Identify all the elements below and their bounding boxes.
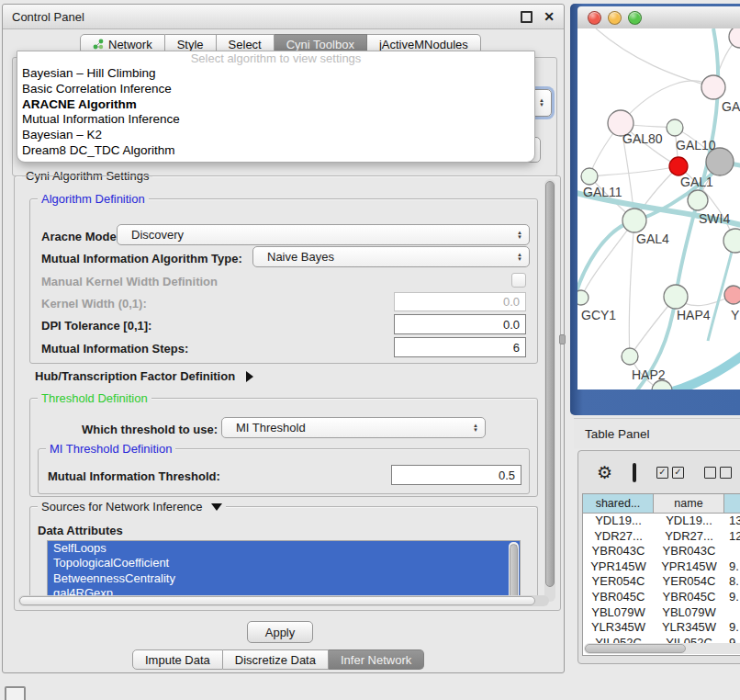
tab-label: Network bbox=[108, 38, 152, 51]
node-gal4[interactable] bbox=[622, 209, 646, 232]
mi-threshold-group: MI Threshold Definition Mutual Informati… bbox=[38, 448, 530, 494]
data-attribute-option[interactable]: BetweennessCentrality bbox=[48, 571, 520, 586]
mi-steps-value: 6 bbox=[513, 341, 520, 355]
mi-threshold-field[interactable]: 0.5 bbox=[391, 465, 521, 485]
node-label: Y bbox=[731, 308, 740, 322]
aracne-mode-combo[interactable]: Discovery ▲▼ bbox=[117, 224, 530, 245]
table-cell: 8. bbox=[724, 574, 740, 590]
table-row[interactable]: YDL19...YDL19...13 bbox=[583, 514, 740, 529]
control-panel-titlebar[interactable]: Control Panel ✕ bbox=[3, 5, 564, 29]
table-row[interactable]: YDR27...YDR27...12 bbox=[583, 529, 740, 545]
combo-arrows-icon: ▲▼ bbox=[473, 423, 478, 433]
columns-icon[interactable] bbox=[633, 463, 636, 482]
sources-group-title[interactable]: Sources for Network Inference bbox=[38, 500, 226, 514]
algorithm-option[interactable]: Bayesian – Hill Climbing bbox=[17, 66, 534, 82]
network-window-titlebar[interactable] bbox=[577, 6, 740, 29]
node-gal10[interactable] bbox=[667, 119, 683, 136]
node-gal-cut[interactable] bbox=[701, 75, 725, 99]
node-gcy1[interactable] bbox=[577, 290, 589, 305]
algorithm-option[interactable]: Basic Correlation Inference bbox=[17, 82, 534, 97]
scrollbar-thumb[interactable] bbox=[545, 181, 555, 587]
table-cell: YER054C bbox=[654, 574, 724, 590]
node-label: HAP2 bbox=[632, 367, 666, 382]
close-window-icon[interactable]: ✕ bbox=[544, 12, 555, 21]
unselect-all-checks-icon[interactable] bbox=[704, 467, 732, 479]
node-gal11[interactable] bbox=[581, 168, 598, 185]
dpi-tolerance-field[interactable]: 0.0 bbox=[394, 314, 526, 334]
tab-label: Infer Network bbox=[341, 653, 411, 667]
apply-button-label: Apply bbox=[265, 626, 296, 639]
data-attribute-option[interactable]: TopologicalCoefficient bbox=[48, 556, 520, 570]
node-swi4[interactable] bbox=[688, 190, 708, 210]
select-all-checks-icon[interactable]: ✓ ✓ bbox=[656, 467, 684, 479]
show-panel-icon[interactable] bbox=[5, 686, 26, 700]
mi-steps-label: Mutual Information Steps: bbox=[41, 342, 188, 356]
node-right-green[interactable] bbox=[723, 229, 740, 253]
kernel-width-field[interactable]: 0.0 bbox=[394, 292, 526, 311]
which-threshold-label: Which threshold to use: bbox=[82, 423, 218, 436]
scrollbar-thumb[interactable] bbox=[19, 596, 535, 605]
mi-steps-field[interactable]: 6 bbox=[394, 337, 526, 357]
algorithm-option[interactable]: Bayesian – K2 bbox=[17, 128, 534, 143]
restore-window-icon[interactable] bbox=[521, 11, 533, 23]
node-label: GAL1 bbox=[680, 175, 713, 189]
panel-splitter-handle[interactable] bbox=[559, 334, 566, 344]
gear-icon[interactable]: ⚙ bbox=[597, 464, 612, 481]
table-row[interactable]: YLR345WYLR345W9. bbox=[583, 620, 740, 636]
scrollbar-thumb[interactable] bbox=[585, 644, 686, 653]
apply-button[interactable]: Apply bbox=[247, 621, 313, 643]
settings-vertical-scrollbar[interactable] bbox=[544, 179, 555, 602]
table-row[interactable]: YBR045CYBR045C9. bbox=[583, 590, 740, 605]
node-hap4[interactable] bbox=[664, 285, 688, 309]
table-row[interactable]: YPR145WYPR145W9. bbox=[583, 559, 740, 575]
hub-section-toggle[interactable]: Hub/Transcription Factor Definition bbox=[35, 369, 253, 383]
table-row[interactable]: YBR043CYBR043C bbox=[583, 544, 740, 559]
table-cell: YDL19... bbox=[583, 514, 654, 529]
table-row[interactable]: YBL079WYBL079W bbox=[583, 605, 740, 621]
node-top-right[interactable] bbox=[729, 28, 740, 48]
mac-close-button[interactable] bbox=[588, 11, 601, 25]
table-cell: YLR345W bbox=[654, 620, 724, 636]
list-vertical-scrollbar[interactable] bbox=[509, 542, 519, 602]
tab-label: jActiveMNodules bbox=[379, 38, 468, 51]
network-canvas[interactable]: GALGAL80GAL10GAL1GAL11SWI4GAL4GCY1HAP4YH… bbox=[577, 28, 740, 390]
node-label: HAP4 bbox=[677, 308, 711, 322]
kernel-width-label: Kernel Width (0,1): bbox=[41, 297, 147, 310]
network-graph: GALGAL80GAL10GAL1GAL11SWI4GAL4GCY1HAP4YH… bbox=[577, 28, 740, 390]
node-label: GAL10 bbox=[676, 138, 716, 152]
table-panel: ⚙ ✓ ✓ shared...name YDL19...YDL19...13YD… bbox=[577, 450, 740, 664]
manual-kernel-checkbox[interactable] bbox=[511, 273, 526, 288]
mi-type-value: Naive Bayes bbox=[267, 250, 334, 264]
control-panel-title: Control Panel bbox=[12, 10, 521, 24]
table-cell: 9. bbox=[724, 620, 740, 636]
table-horizontal-scrollbar[interactable] bbox=[584, 643, 740, 654]
table-cell: YDR27... bbox=[583, 529, 654, 545]
node-hap2[interactable] bbox=[622, 348, 638, 365]
tab-discretize-data[interactable]: Discretize Data bbox=[223, 649, 329, 670]
settings-horizontal-scrollbar[interactable] bbox=[18, 595, 549, 606]
sources-group: Sources for Network Inference Data Attri… bbox=[29, 506, 538, 603]
node-table: shared...name YDL19...YDL19...13YDR27...… bbox=[582, 493, 740, 656]
algorithm-option[interactable]: Dream8 DC_TDC Algorithm bbox=[17, 143, 534, 159]
mac-minimize-button[interactable] bbox=[608, 11, 622, 25]
node-y-cut[interactable] bbox=[724, 286, 740, 304]
algorithm-option[interactable]: ARACNE Algorithm bbox=[17, 97, 534, 113]
tab-infer-network[interactable]: Infer Network bbox=[329, 649, 424, 670]
column-header-cut[interactable] bbox=[724, 494, 740, 514]
column-header-shared...[interactable]: shared... bbox=[583, 494, 654, 514]
tab-label: Impute Data bbox=[145, 653, 210, 667]
mac-zoom-button[interactable] bbox=[628, 11, 642, 25]
tab-impute-data[interactable]: Impute Data bbox=[132, 649, 223, 670]
mi-type-combo[interactable]: Naive Bayes ▲▼ bbox=[252, 246, 530, 267]
node-gal1[interactable] bbox=[669, 157, 688, 175]
collapsed-arrow-icon bbox=[246, 371, 253, 382]
column-header-name[interactable]: name bbox=[654, 494, 724, 514]
algorithm-option[interactable]: Mutual Information Inference bbox=[17, 112, 534, 128]
table-cell: YBL079W bbox=[654, 605, 724, 621]
which-threshold-combo[interactable]: MI Threshold ▲▼ bbox=[221, 417, 486, 438]
table-row[interactable]: YER054CYER054C8. bbox=[583, 574, 740, 590]
scrollbar-thumb[interactable] bbox=[510, 544, 518, 600]
algorithm-popup-hint: Select algorithm to view settings bbox=[17, 51, 534, 66]
data-attribute-option[interactable]: SelfLoops bbox=[48, 541, 520, 556]
aracne-mode-value: Discovery bbox=[131, 228, 184, 242]
